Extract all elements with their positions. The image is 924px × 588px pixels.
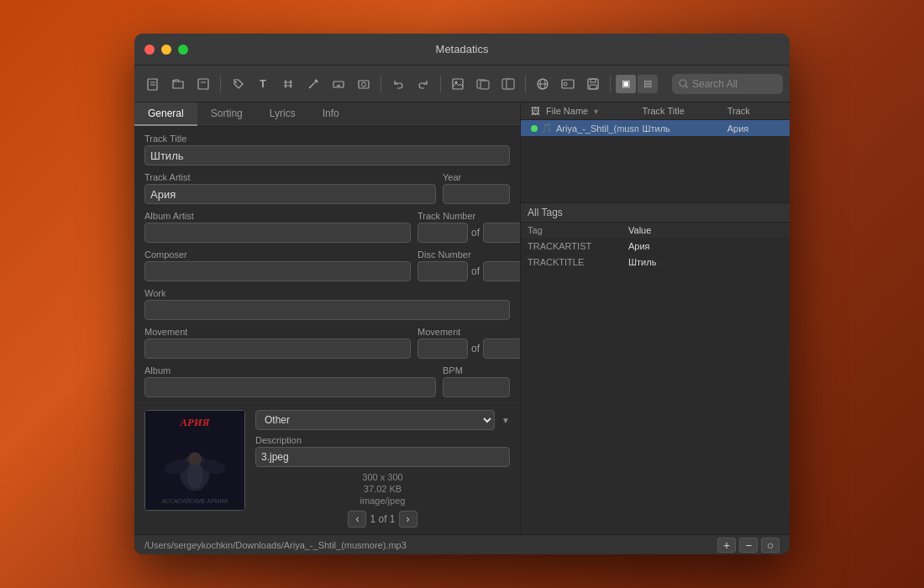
svg-text:АССАСИЙСКИЕ АРМИИ: АССАСИЙСКИЕ АРМИИ — [162, 497, 228, 504]
import-itunes-button[interactable] — [192, 72, 215, 96]
art-next-button[interactable]: › — [399, 511, 417, 528]
svg-point-32 — [680, 80, 686, 87]
art-mime: image/jpeg — [255, 496, 510, 506]
file-col-header-name[interactable]: 🖼 File Name ▼ — [528, 106, 638, 116]
import-folder-button[interactable] — [166, 72, 190, 96]
globe-button[interactable] — [531, 72, 554, 96]
separator-4 — [525, 76, 526, 92]
value-trackartist: Ария — [628, 241, 783, 251]
svg-rect-23 — [507, 79, 514, 89]
svg-rect-11 — [333, 81, 344, 87]
movement-input[interactable] — [144, 339, 411, 359]
view-list-button[interactable]: ▣ — [616, 75, 636, 93]
work-input[interactable] — [144, 300, 510, 320]
hash-button[interactable] — [276, 72, 300, 96]
art-type-dropdown[interactable]: Other — [255, 410, 495, 430]
track-artist-input[interactable] — [144, 184, 436, 204]
movement-number-label: Movement — [417, 327, 510, 337]
track-number-input[interactable] — [417, 223, 468, 243]
track-number-label: Track Number — [417, 211, 510, 221]
status-buttons: + − ○ — [717, 538, 780, 553]
album-artist-input[interactable] — [144, 223, 411, 243]
image2-button[interactable] — [471, 72, 495, 96]
separator-1 — [220, 76, 221, 92]
image1-button[interactable] — [446, 72, 470, 96]
tag-row-tracktitle[interactable]: TRACKTITLE Штиль — [521, 255, 790, 270]
track-artist-label: Track Artist — [144, 172, 436, 182]
tab-info[interactable]: Info — [309, 102, 353, 126]
search-icon — [679, 79, 689, 89]
art-description-input[interactable] — [255, 447, 510, 467]
tab-general[interactable]: General — [134, 102, 197, 126]
art-info: Other ▼ Description 300 x 300 37.02 KB i… — [255, 410, 510, 528]
album-art: АРИЯ АССАСИЙСКИЕ АРМИИ — [144, 410, 245, 511]
file-col-header-title[interactable]: Track Title — [638, 106, 723, 116]
photo-button[interactable] — [352, 72, 375, 96]
composer-label: Composer — [144, 249, 411, 260]
svg-rect-18 — [453, 79, 463, 89]
album-artist-track-row: Album Artist Track Number of — [144, 211, 510, 243]
view-buttons: ▣ ▤ — [616, 75, 658, 93]
svg-rect-21 — [480, 81, 489, 89]
year-input[interactable] — [443, 184, 510, 204]
composer-group: Composer — [144, 249, 411, 281]
art-prev-button[interactable]: ‹ — [348, 511, 366, 528]
svg-line-10 — [309, 87, 311, 88]
search-input[interactable] — [692, 78, 776, 90]
save-button[interactable] — [581, 72, 605, 96]
svg-point-17 — [362, 82, 366, 87]
track-title-row: Track Title — [144, 134, 510, 165]
undo-button[interactable] — [386, 72, 410, 96]
text-button[interactable]: T — [251, 72, 275, 96]
tags-header: All Tags — [521, 203, 790, 223]
disc-number-total-input[interactable] — [483, 261, 520, 281]
disc-number-group: Disc Number of — [417, 249, 510, 281]
album-artist-label: Album Artist — [144, 211, 411, 221]
art-controls: Other ▼ — [255, 410, 510, 430]
svg-point-5 — [235, 81, 237, 83]
value-col-header: Value — [628, 225, 783, 235]
year-label: Year — [443, 172, 510, 182]
image4-button[interactable] — [556, 72, 580, 96]
maximize-button[interactable] — [178, 45, 188, 55]
track-artist-group: Track Artist — [144, 172, 436, 204]
file-col-header-artist[interactable]: Track — [724, 106, 783, 116]
status-dot — [531, 125, 538, 132]
track-number-total-input[interactable] — [483, 223, 520, 243]
tag-row-trackartist[interactable]: TRACKARTIST Ария — [521, 239, 790, 255]
tools-button[interactable] — [302, 72, 325, 96]
redo-button[interactable] — [412, 72, 435, 96]
bpm-input[interactable] — [443, 377, 510, 397]
album-input[interactable] — [144, 377, 436, 397]
track-title-input[interactable] — [144, 145, 510, 165]
remove-button[interactable]: − — [739, 538, 758, 553]
keyboard-button[interactable] — [327, 72, 350, 96]
bottom-section: АРИЯ АССАСИЙСКИЕ АРМИИ — [134, 402, 520, 534]
tags-table: Tag Value TRACKARTIST Ария TRACKTITLE Шт… — [521, 223, 790, 270]
tag-trackartist: TRACKARTIST — [528, 241, 628, 251]
add-button[interactable]: + — [717, 538, 736, 553]
disc-number-label: Disc Number — [417, 249, 510, 260]
close-button[interactable] — [144, 45, 155, 55]
tab-lyrics[interactable]: Lyrics — [256, 102, 309, 126]
clear-button[interactable]: ○ — [761, 538, 780, 553]
dropdown-arrow: ▼ — [501, 416, 510, 425]
view-grid-button[interactable]: ▤ — [638, 75, 658, 93]
movement-number-input[interactable] — [417, 339, 468, 359]
separator-3 — [440, 76, 441, 92]
tag-button[interactable] — [226, 72, 249, 96]
tab-sorting[interactable]: Sorting — [197, 102, 256, 126]
table-row[interactable]: 🎵 Ariya_-_Shtil_(musmore.... Штиль Ария — [521, 120, 790, 137]
disc-number-input[interactable] — [417, 261, 468, 281]
composer-input[interactable] — [144, 261, 411, 281]
svg-rect-16 — [359, 81, 369, 88]
movement-number-total-input[interactable] — [483, 339, 520, 359]
file-cell-name: 🎵 Ariya_-_Shtil_(musmore.... — [528, 123, 638, 134]
import-file-button[interactable] — [141, 72, 165, 96]
album-artist-group: Album Artist — [144, 211, 411, 243]
minimize-button[interactable] — [161, 45, 171, 55]
status-bar: /Users/sergeykochkin/Downloads/Ariya_-_S… — [134, 534, 790, 554]
title-bar: Metadatics — [134, 34, 790, 66]
image3-button[interactable] — [496, 72, 520, 96]
status-path: /Users/sergeykochkin/Downloads/Ariya_-_S… — [144, 540, 711, 550]
